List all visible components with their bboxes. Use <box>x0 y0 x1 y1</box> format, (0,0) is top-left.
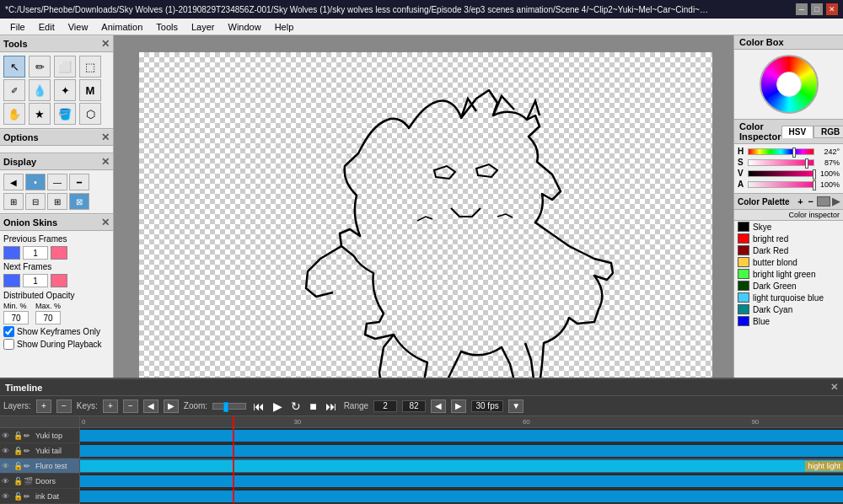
timeline-close-icon[interactable]: ✕ <box>830 382 838 393</box>
grid1-btn[interactable]: ⊞ <box>3 193 24 210</box>
track-fluro-test[interactable]: hight light <box>80 458 843 474</box>
next-extra-swatch[interactable] <box>51 274 67 287</box>
zoom-handle[interactable] <box>223 402 228 412</box>
max-opacity-input[interactable] <box>35 311 61 324</box>
grid4-btn[interactable]: ⊠ <box>69 193 89 210</box>
smudge-tool-btn[interactable]: ✦ <box>54 79 76 101</box>
palette-current-swatch[interactable] <box>817 196 830 206</box>
extra-tool-btn[interactable]: ⬡ <box>79 103 101 125</box>
fps-input[interactable] <box>471 400 503 412</box>
menu-item-layer[interactable]: Layer <box>185 20 222 34</box>
show-playback-checkbox[interactable] <box>3 339 14 350</box>
palette-item-dark-cyan[interactable]: Dark Cyan <box>734 303 843 315</box>
fps-down-btn[interactable]: ▼ <box>508 399 524 413</box>
options-close-icon[interactable]: ✕ <box>101 131 110 143</box>
add-color-btn[interactable]: + <box>796 196 804 206</box>
color-inspector-tab[interactable]: Color inspector <box>788 211 840 219</box>
display-close-icon[interactable]: ✕ <box>101 156 110 168</box>
palette-item-dark-red[interactable]: Dark Red <box>734 244 843 256</box>
track-doors[interactable] <box>80 474 843 489</box>
eyedropper-tool-btn[interactable]: 💧 <box>29 79 51 101</box>
v-slider[interactable] <box>748 170 814 177</box>
min-opacity-col: Min. % <box>3 302 29 324</box>
palette-item-bright-red[interactable]: bright red <box>734 233 843 244</box>
palette-item-skye[interactable]: Skye <box>734 221 843 233</box>
palette-item-dark-green[interactable]: Dark Green <box>734 280 843 292</box>
goto-end-btn[interactable]: ⏭ <box>324 399 339 413</box>
menu-item-file[interactable]: File <box>3 20 32 34</box>
add-key-btn[interactable]: + <box>103 399 118 413</box>
hsv-tab[interactable]: HSV <box>781 126 814 138</box>
remove-color-btn[interactable]: − <box>807 196 815 206</box>
layer-row-doors[interactable]: 👁 🔓 🎬 Doors <box>0 474 79 489</box>
remove-layer-btn[interactable]: − <box>56 399 72 413</box>
prev-key-btn[interactable]: ◀ <box>143 399 158 413</box>
track-yuki-tail[interactable] <box>80 443 843 458</box>
layer-row-fluro-test[interactable]: 👁 🔓 ✏ Fluro test <box>0 458 79 474</box>
dot-display-btn[interactable]: • <box>25 174 46 190</box>
pencil-tool-btn[interactable]: ✐ <box>3 79 25 101</box>
prev-count-input[interactable] <box>23 246 48 260</box>
menu-item-view[interactable]: View <box>62 20 95 34</box>
a-slider[interactable] <box>748 181 814 188</box>
palette-item-light-turquoise-blue[interactable]: light turquoise blue <box>734 292 843 303</box>
hand-tool-btn[interactable]: ✋ <box>3 103 25 125</box>
prev-frame-display-btn[interactable]: ◀ <box>3 174 24 190</box>
timeline-tracks[interactable]: 0 30 60 90 hight light <box>80 416 843 504</box>
next-color-swatch[interactable] <box>3 274 20 287</box>
zoom-bar[interactable] <box>212 403 246 410</box>
min-label: Min. % <box>3 302 29 310</box>
bucket-tool-btn[interactable]: 🪣 <box>54 103 76 125</box>
range-input[interactable] <box>373 400 397 412</box>
next-key-btn[interactable]: ▶ <box>164 399 179 413</box>
add-layer-btn[interactable]: + <box>36 399 51 413</box>
pen-tool-btn[interactable]: ✏ <box>29 56 51 78</box>
track-ink-dat[interactable] <box>80 489 843 504</box>
star-tool-btn[interactable]: ★ <box>29 103 51 125</box>
next-frame-btn[interactable]: ▶ <box>451 399 466 413</box>
rgb-tab[interactable]: RGB <box>813 126 843 138</box>
layer-row-ink-dat[interactable]: 👁 🔓 ✏ ink Dat <box>0 489 79 504</box>
letter-tool-btn[interactable]: M <box>79 79 101 101</box>
prev-extra-swatch[interactable] <box>51 246 67 260</box>
selection-tool-btn[interactable]: ⬚ <box>79 56 101 78</box>
maximize-button[interactable]: □ <box>811 3 823 15</box>
color-wheel[interactable] <box>760 55 819 114</box>
s-slider[interactable] <box>748 159 814 166</box>
close-button[interactable]: ✕ <box>826 3 838 15</box>
stop-btn[interactable]: ■ <box>308 399 318 413</box>
menu-item-help[interactable]: Help <box>268 20 301 34</box>
prev-frame-btn[interactable]: ◀ <box>431 399 446 413</box>
menu-item-window[interactable]: Window <box>222 20 268 34</box>
thin-line-display-btn[interactable]: — <box>47 174 67 190</box>
eraser-tool-btn[interactable]: ⬜ <box>54 56 76 78</box>
next-count-input[interactable] <box>23 274 48 287</box>
min-opacity-input[interactable] <box>3 311 29 324</box>
menu-item-tools[interactable]: Tools <box>149 20 185 34</box>
remove-key-btn[interactable]: − <box>123 399 138 413</box>
show-keyframes-checkbox[interactable] <box>3 326 14 337</box>
goto-start-btn[interactable]: ⏮ <box>251 399 266 413</box>
play-btn[interactable]: ▶ <box>271 399 284 413</box>
color-wheel-inner <box>776 72 802 97</box>
frame-input[interactable] <box>402 400 426 412</box>
tools-close-icon[interactable]: ✕ <box>101 38 110 50</box>
grid2-btn[interactable]: ⊟ <box>25 193 46 210</box>
layer-row-yuki-top[interactable]: 👁 🔓 ✏ Yuki top <box>0 428 79 443</box>
palette-item-blue[interactable]: Blue <box>734 315 843 327</box>
track-yuki-top[interactable] <box>80 428 843 443</box>
palette-item-butter-blond[interactable]: butter blond <box>734 256 843 268</box>
h-slider[interactable] <box>748 148 814 155</box>
palette-item-bright-light-green[interactable]: bright light green <box>734 268 843 280</box>
menu-item-animation[interactable]: Animation <box>94 20 149 34</box>
layer-row-yuki-tail[interactable]: 👁 🔓 ✏ Yuki tail <box>0 443 79 458</box>
thick-line-display-btn[interactable]: ━ <box>69 174 89 190</box>
move-tool-btn[interactable]: ↖ <box>3 56 25 78</box>
play-loop-btn[interactable]: ↻ <box>289 399 303 413</box>
onion-close-icon[interactable]: ✕ <box>101 217 110 228</box>
menu-item-edit[interactable]: Edit <box>32 20 62 34</box>
grid3-btn[interactable]: ⊞ <box>47 193 67 210</box>
minimize-button[interactable]: ─ <box>796 3 808 15</box>
palette-scroll-right[interactable]: ▶ <box>832 196 840 207</box>
prev-color-swatch[interactable] <box>3 246 20 260</box>
